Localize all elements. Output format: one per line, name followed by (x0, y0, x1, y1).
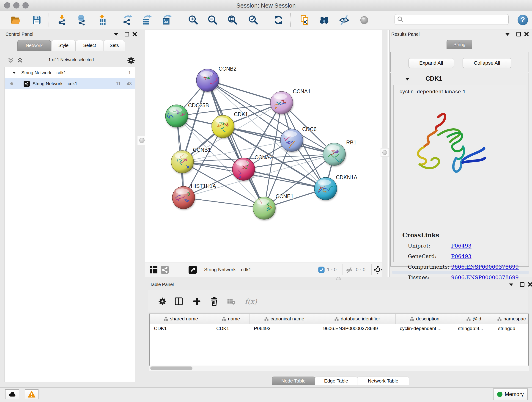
graph-node-CCNA2[interactable] (232, 158, 255, 180)
graph-node-CCNE1[interactable] (253, 197, 275, 219)
table-cell[interactable]: P06493 (250, 324, 319, 333)
network-collection-row[interactable]: String Network – cdk1 1 (5, 67, 135, 78)
delete-table-button[interactable] (226, 296, 237, 307)
control-panel-close-icon[interactable] (133, 32, 137, 36)
show-columns-button[interactable] (173, 296, 184, 307)
graph-node-CDC6[interactable] (280, 129, 303, 152)
column-header-canonical-name[interactable]: canonical name (250, 314, 319, 324)
selected-checkbox-icon[interactable] (318, 267, 325, 273)
control-panel-float-icon[interactable] (125, 32, 129, 36)
graph-node-CCNB1[interactable] (171, 151, 194, 173)
network-row[interactable]: String Network – cdk1 11 48 (5, 78, 135, 89)
export-table-button[interactable] (141, 14, 152, 26)
zoom-selected-button[interactable] (247, 14, 259, 26)
table-options-button[interactable] (157, 296, 168, 307)
open-session-button[interactable] (10, 14, 22, 26)
table-hscrollbar-thumb[interactable] (150, 366, 192, 370)
right-splitter-handle[interactable] (380, 148, 389, 157)
results-panel-float-icon[interactable] (516, 32, 521, 36)
collapse-all-button[interactable]: Collapse All (462, 58, 511, 68)
graph-node-CCNA1[interactable] (270, 91, 293, 114)
tab-network-table[interactable]: Network Table (357, 376, 409, 385)
save-session-button[interactable] (31, 14, 43, 26)
gene-expander-icon[interactable] (405, 78, 409, 80)
expand-all-button[interactable]: Expand All (409, 58, 454, 68)
control-panel-menu-icon[interactable] (114, 33, 118, 36)
graph-edge-CCNB2-CCNA1[interactable] (208, 80, 282, 103)
tab-sets[interactable]: Sets (104, 40, 125, 51)
column-header-name[interactable]: name (212, 314, 250, 324)
tab-select[interactable]: Select (76, 40, 103, 51)
network-canvas[interactable]: CCNB2CCNA1CDC25BCDK1CDC6RB1CCNB1CCNA2CDK… (145, 30, 382, 262)
network-options-gear-icon[interactable] (127, 56, 135, 65)
apply-preferred-layout-button[interactable] (272, 14, 284, 26)
table-panel-menu-icon[interactable] (509, 283, 513, 286)
search-field[interactable] (394, 14, 509, 25)
string-view-icon[interactable] (161, 266, 169, 274)
graph-edge-CCNA2-CDKN1A[interactable] (244, 169, 326, 189)
table-panel-float-icon[interactable] (520, 282, 525, 287)
open-in-new-window-icon[interactable] (189, 266, 197, 274)
export-network-button[interactable] (121, 14, 133, 26)
birds-eye-view-icon[interactable] (150, 266, 158, 274)
results-panel-close-icon[interactable] (524, 32, 529, 36)
export-image-button[interactable] (161, 14, 172, 26)
table-panel-close-icon[interactable] (528, 282, 532, 287)
table-cell[interactable]: CDK1 (150, 324, 212, 333)
column-header-shared-name[interactable]: shared name (150, 314, 212, 324)
graph-node-CCNB2[interactable] (196, 69, 219, 91)
create-column-button[interactable] (191, 296, 202, 307)
tab-node-table[interactable]: Node Table (272, 376, 315, 385)
table-hscrollbar[interactable] (149, 366, 529, 371)
table-cell[interactable]: 9606.ENSP00000378699 (319, 324, 396, 333)
graph-node-CDC25B[interactable] (165, 105, 188, 127)
tab-edge-table[interactable]: Edge Table (315, 376, 357, 385)
hide-selection-button[interactable] (338, 14, 350, 26)
first-neighbors-button[interactable] (318, 14, 330, 26)
import-table-from-file-button[interactable] (96, 14, 108, 26)
collection-expander-icon[interactable] (13, 72, 16, 74)
delete-column-button[interactable] (209, 296, 220, 307)
zoom-in-button[interactable] (187, 14, 199, 26)
table-cell[interactable]: CDK1 (212, 324, 250, 333)
table-cell[interactable]: stringdb:9... (454, 324, 494, 333)
graph-edge-CCNB2-CCNE1[interactable] (208, 80, 264, 208)
tab-string[interactable]: String (447, 40, 472, 49)
table-cell[interactable]: stringdb (494, 324, 529, 333)
column-header-namespac[interactable]: namespac (494, 314, 529, 324)
graph-node-CDK1[interactable] (212, 115, 234, 138)
crosslink-link[interactable]: P06493 (451, 253, 472, 259)
zoom-fit-content-button[interactable] (227, 14, 239, 26)
new-network-from-selection-button[interactable] (299, 14, 311, 26)
column-header--id[interactable]: @id (454, 314, 494, 324)
graph-node-CDKN1A[interactable] (314, 177, 337, 200)
graph-edge-HIST1H1A-CCNE1[interactable] (184, 198, 264, 208)
table-cell[interactable]: cyclin-dependent ... (396, 324, 454, 333)
collapse-all-networks-icon[interactable] (7, 57, 14, 64)
import-network-from-database-button[interactable] (76, 14, 88, 26)
import-network-from-file-button[interactable] (56, 14, 68, 26)
function-builder-button[interactable]: f(x) (243, 296, 259, 307)
help-button[interactable]: ? (517, 14, 529, 26)
results-scrollbar-track[interactable] (392, 271, 529, 274)
open-folder-icon (10, 14, 21, 26)
table-row[interactable]: CDK1CDK1P064939606.ENSP00000378699cyclin… (150, 324, 528, 333)
search-input[interactable] (405, 15, 508, 24)
warnings-button[interactable] (25, 389, 38, 399)
column-header-description[interactable]: description (396, 314, 454, 324)
zoom-out-button[interactable] (207, 14, 219, 26)
fit-selected-crosshair-icon[interactable] (374, 266, 382, 274)
crosslink-link[interactable]: 9606.ENSP00000378699 (451, 274, 519, 280)
graph-node-RB1[interactable] (323, 143, 346, 166)
crosslink-link[interactable]: P06493 (451, 243, 472, 249)
tab-style[interactable]: Style (51, 40, 76, 51)
show-all-button[interactable] (358, 14, 370, 26)
graph-node-HIST1H1A[interactable] (172, 186, 195, 209)
cloud-button[interactable] (5, 389, 19, 399)
memory-button[interactable]: Memory (493, 389, 528, 400)
results-panel-menu-icon[interactable] (505, 33, 510, 36)
crosslink-link[interactable]: 9606.ENSP00000378699 (451, 264, 519, 270)
tab-network[interactable]: Network (17, 40, 51, 51)
column-header-database-identifier[interactable]: database identifier (319, 314, 396, 324)
expand-all-networks-icon[interactable] (17, 57, 23, 64)
